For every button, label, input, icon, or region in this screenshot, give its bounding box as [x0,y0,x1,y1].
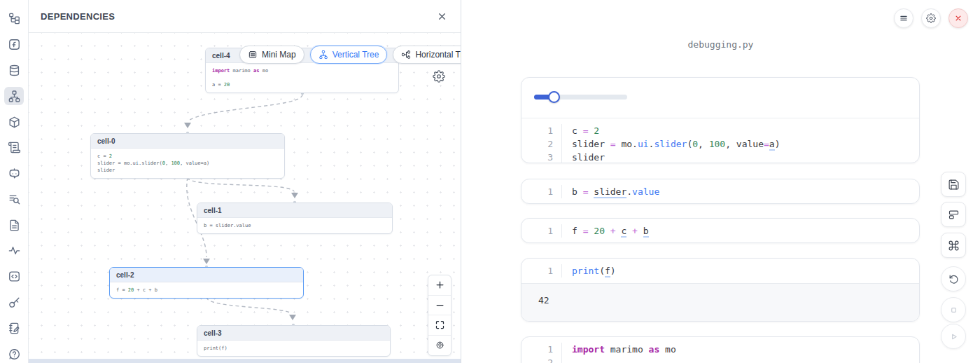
horizontal-tree-icon [401,50,411,60]
line-numbers: 123 [522,124,562,163]
code-line [572,356,676,363]
file-text-icon[interactable] [4,216,24,234]
help-circle-icon[interactable] [4,345,24,363]
graph-node-title: cell-0 [91,134,284,149]
line-numbers: 12 [522,343,562,363]
mini-map-label: Mini Map [262,50,296,60]
notebook-topbar [894,8,968,28]
code-line: c = 2 [572,124,780,137]
cell-output: 42 [522,283,919,322]
slider-widget[interactable] [522,78,919,118]
run-all-icon[interactable] [941,324,966,349]
notebook-cell-3[interactable]: 1print(f)42 [521,258,920,322]
vertical-tree-icon [318,50,328,60]
graph-node-cell-3[interactable]: cell-3print(f) [197,325,391,357]
graph-node-code: import marimo as mo a = 20 [206,63,398,93]
dependencies-title: DEPENDENCIES [41,11,115,22]
slider-track[interactable] [534,95,627,100]
code-editor[interactable]: 1print(f) [522,259,919,283]
zoom-in-button[interactable] [428,275,451,296]
notebook-cell-4[interactable]: 12import marimo as mo [521,336,920,363]
package-icon[interactable] [4,113,24,131]
code-line: print(f) [572,264,616,278]
graph-node-code: print(f) [197,341,390,356]
graph-toolbar: Mini Map Vertical Tree Horizontal Tree [239,46,461,64]
notebook-filename: debugging.py [461,39,980,50]
graph-node-code: c = 2slider = mo.ui.slider(0, 100, value… [91,149,284,178]
bot-chat-icon[interactable] [4,165,24,183]
close-panel-button[interactable] [435,10,449,23]
layout-icon[interactable] [941,202,966,227]
zoom-controls [428,275,451,356]
code-lines: print(f) [562,264,616,278]
code-lines: b = slider.value [562,185,659,198]
undo-icon[interactable] [941,266,966,292]
graph-node-title: cell-2 [110,268,303,282]
code-line: import marimo as mo [572,343,676,356]
graph-settings-gear-icon[interactable] [432,70,446,84]
code-lines: f = 20 + c + b [562,224,649,238]
stop-icon[interactable] [941,297,966,322]
graph-node-cell-1[interactable]: cell-1b = slider.value [197,203,393,234]
horizontal-tree-button[interactable]: Horizontal Tree [393,46,461,64]
function-square-icon[interactable] [4,36,24,54]
code-square-icon[interactable] [4,268,24,286]
scroll-text-icon[interactable] [4,139,24,157]
notebook-cell-2[interactable]: 1f = 20 + c + b [521,218,920,243]
vertical-tree-button[interactable]: Vertical Tree [310,46,388,64]
locate-button[interactable] [428,336,451,356]
notebook-cell-0[interactable]: 123c = 2slider = mo.ui.slider(0, 100, va… [521,77,920,163]
keyboard-shortcuts-icon[interactable] [941,233,966,258]
graph-node-cell-2[interactable]: cell-2f = 20 + c + b [109,267,304,299]
key-icon[interactable] [4,294,24,312]
graph-node-code: f = 20 + c + b [110,282,303,298]
settings-gear-icon[interactable] [921,8,941,28]
code-line: b = slider.value [572,185,659,198]
mini-map-icon [248,50,258,60]
code-editor[interactable]: 12import marimo as mo [522,337,919,363]
code-editor[interactable]: 1f = 20 + c + b [522,219,919,243]
code-editor[interactable]: 1b = slider.value [522,179,919,204]
mini-map-button[interactable]: Mini Map [239,46,304,64]
code-lines: import marimo as mo [562,343,676,363]
graph-node-cell-0[interactable]: cell-0c = 2slider = mo.ui.slider(0, 100,… [90,133,285,179]
code-editor[interactable]: 123c = 2slider = mo.ui.slider(0, 100, va… [522,118,919,163]
notebook-panel: debugging.py 123c = 2slider = mo.ui.slid… [461,0,980,363]
graph-node-title: cell-3 [197,326,390,341]
graph-minimap-strip [29,359,461,363]
notebook-pen-icon[interactable] [4,319,24,337]
fit-view-button[interactable] [428,315,451,336]
code-line: slider = mo.ui.slider(0, 100, value=a) [572,137,780,151]
horizontal-tree-label: Horizontal Tree [415,50,461,60]
save-icon[interactable] [941,172,966,197]
dependencies-panel: DEPENDENCIES cell-4import marimo as mo a… [29,0,461,363]
dependency-graph-canvas[interactable]: cell-4import marimo as mo a = 20cell-0c … [29,33,461,363]
code-line: f = 20 + c + b [572,224,649,238]
left-icon-rail [0,0,29,363]
line-numbers: 1 [522,264,562,278]
notebook-cell-1[interactable]: 1b = slider.value [521,179,920,204]
menu-icon[interactable] [894,8,913,28]
file-tree-icon[interactable] [4,10,24,28]
vertical-tree-label: Vertical Tree [332,50,379,60]
database-icon[interactable] [4,62,24,80]
slider-thumb[interactable] [548,91,560,103]
zoom-out-button[interactable] [428,296,451,316]
marimo-app: DEPENDENCIES cell-4import marimo as mo a… [0,0,980,363]
code-lines: c = 2slider = mo.ui.slider(0, 100, value… [562,124,780,163]
dependency-graph-icon[interactable] [4,87,24,105]
graph-node-title: cell-1 [197,203,392,218]
shutdown-close-icon[interactable] [948,8,968,28]
line-numbers: 1 [522,224,562,238]
line-numbers: 1 [522,185,562,198]
dependencies-header: DEPENDENCIES [29,0,461,33]
log-search-icon[interactable] [4,190,24,208]
activity-icon[interactable] [4,242,24,260]
graph-node-code: b = slider.value [197,218,392,233]
code-line: slider [572,151,780,163]
